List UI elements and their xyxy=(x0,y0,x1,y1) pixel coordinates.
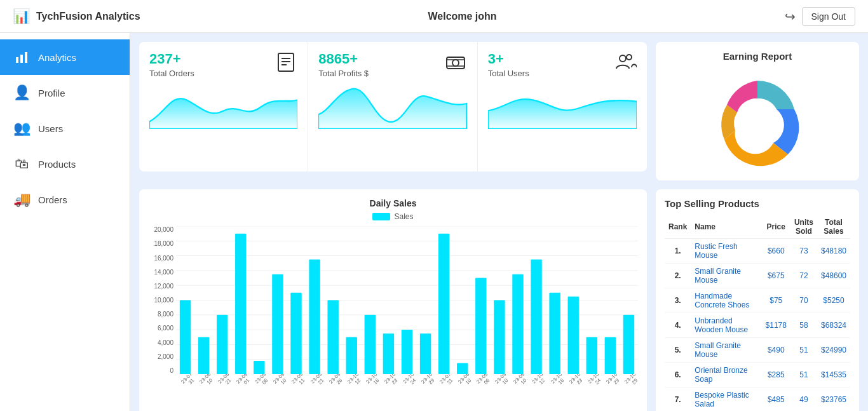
daily-sales-title: Daily Sales xyxy=(148,198,638,208)
users-mini-chart xyxy=(488,78,637,129)
chart-icon: 📊 xyxy=(13,8,30,25)
col-name: Name xyxy=(691,215,761,239)
stat-card-users: 3+ Total Users xyxy=(478,42,647,172)
orders-icon: 🚚 xyxy=(13,191,31,208)
sidebar-label-profile: Profile xyxy=(38,88,65,98)
stat-card-orders: 237+ Total Orders xyxy=(139,42,308,172)
table-header-row: Rank Name Price UnitsSold TotalSales xyxy=(665,215,850,239)
orders-stat-icon xyxy=(275,51,297,78)
orders-mini-chart xyxy=(149,78,297,129)
sidebar-item-users[interactable]: 👥 Users xyxy=(0,111,130,146)
stat-card-profits: 8865+ Total Profits $ xyxy=(308,42,477,172)
cell-units: 51 xyxy=(790,363,817,387)
svg-rect-35 xyxy=(365,315,376,374)
bar-chart-svg xyxy=(176,226,638,374)
table-row: 6. Oriental Bronze Soap $285 51 $14535 xyxy=(665,363,850,387)
svg-rect-39 xyxy=(438,234,449,374)
svg-rect-0 xyxy=(16,57,18,63)
svg-rect-34 xyxy=(346,337,357,374)
svg-rect-31 xyxy=(290,293,301,374)
cell-name: Small Granite Mouse xyxy=(691,338,761,363)
earning-report-title: Earning Report xyxy=(665,51,850,62)
table-row: 1. Rustic Fresh Mouse $660 73 $48180 xyxy=(665,239,850,264)
cell-name: Oriental Bronze Soap xyxy=(691,363,761,387)
sidebar-label-users: Users xyxy=(38,123,63,134)
svg-rect-41 xyxy=(475,278,486,374)
svg-rect-49 xyxy=(623,315,634,374)
svg-rect-30 xyxy=(272,274,283,374)
profile-icon: 👤 xyxy=(13,84,31,102)
header-right: ↪ Sign Out xyxy=(785,7,855,26)
legend-color-sales xyxy=(372,213,390,220)
svg-point-12 xyxy=(627,55,632,60)
bar-chart-container: 0 2,000 4,000 6,000 8,000 10,000 12,000 … xyxy=(148,226,638,388)
x-axis: 23-07-3123-08-1023-08-2123-09-0123-09-06… xyxy=(176,374,638,388)
cell-rank: 1. xyxy=(665,239,691,264)
earning-report-card: Earning Report xyxy=(656,42,859,180)
col-units: UnitsSold xyxy=(790,215,817,239)
cell-total: $48180 xyxy=(817,239,850,264)
col-total: TotalSales xyxy=(817,215,850,239)
cell-price: $75 xyxy=(762,288,790,313)
svg-rect-40 xyxy=(457,363,468,374)
signout-icon: ↪ xyxy=(785,9,796,24)
cell-name: Bespoke Plastic Salad xyxy=(691,387,761,412)
svg-rect-45 xyxy=(549,293,560,374)
cell-price: $485 xyxy=(762,387,790,412)
top-selling-card: Top Selling Products Rank Name Price Uni… xyxy=(656,189,859,411)
cell-total: $23765 xyxy=(817,387,850,412)
cell-price: $1178 xyxy=(762,313,790,338)
profits-mini-chart xyxy=(318,78,466,129)
cell-rank: 4. xyxy=(665,313,691,338)
svg-rect-7 xyxy=(447,57,465,69)
svg-rect-48 xyxy=(605,337,616,374)
header: 📊 TychFusion Analytics Welcome john ↪ Si… xyxy=(0,0,868,33)
svg-rect-42 xyxy=(494,300,505,375)
cell-name: Handmade Concrete Shoes xyxy=(691,288,761,313)
cell-rank: 5. xyxy=(665,338,691,363)
products-icon: 🛍 xyxy=(13,155,31,173)
svg-point-13 xyxy=(737,98,778,139)
sidebar-item-analytics[interactable]: Analytics xyxy=(0,39,130,75)
cell-price: $490 xyxy=(762,338,790,363)
svg-rect-37 xyxy=(402,330,412,374)
legend-label-sales: Sales xyxy=(394,212,413,221)
svg-point-11 xyxy=(620,55,626,62)
cell-name: Rustic Fresh Mouse xyxy=(691,239,761,264)
cell-rank: 2. xyxy=(665,264,691,288)
sidebar-item-orders[interactable]: 🚚 Orders xyxy=(0,182,130,217)
svg-rect-2 xyxy=(25,52,27,63)
svg-rect-26 xyxy=(198,337,209,374)
sidebar-item-products[interactable]: 🛍 Products xyxy=(0,146,130,182)
cell-units: 49 xyxy=(790,387,817,412)
cell-rank: 3. xyxy=(665,288,691,313)
sidebar-label-analytics: Analytics xyxy=(38,52,76,63)
cell-name: Small Granite Mouse xyxy=(691,264,761,288)
cell-total: $24990 xyxy=(817,338,850,363)
donut-chart xyxy=(665,67,850,172)
cell-price: $660 xyxy=(762,239,790,264)
analytics-icon xyxy=(13,48,31,66)
sidebar: Analytics 👤 Profile 👥 Users 🛍 Products 🚚… xyxy=(0,33,130,411)
bar-chart-inner: 23-07-3123-08-1023-08-2123-09-0123-09-06… xyxy=(176,226,638,388)
svg-rect-47 xyxy=(587,337,597,374)
svg-rect-36 xyxy=(383,334,394,374)
chart-legend: Sales xyxy=(148,212,638,221)
cell-total: $5250 xyxy=(817,288,850,313)
svg-rect-44 xyxy=(531,259,541,374)
users-icon: 👥 xyxy=(13,119,31,137)
col-price: Price xyxy=(762,215,790,239)
signout-button[interactable]: Sign Out xyxy=(802,7,855,26)
main-layout: Analytics 👤 Profile 👥 Users 🛍 Products 🚚… xyxy=(0,33,868,411)
cell-total: $14535 xyxy=(817,363,850,387)
col-rank: Rank xyxy=(665,215,691,239)
sidebar-item-profile[interactable]: 👤 Profile xyxy=(0,75,130,111)
table-row: 2. Small Granite Mouse $675 72 $48600 xyxy=(665,264,850,288)
table-row: 3. Handmade Concrete Shoes $75 70 $5250 xyxy=(665,288,850,313)
cell-price: $675 xyxy=(762,264,790,288)
users-stat-icon xyxy=(614,51,637,78)
cell-units: 72 xyxy=(790,264,817,288)
app-title: TychFusion Analytics xyxy=(36,11,140,22)
svg-rect-46 xyxy=(567,297,578,374)
daily-sales-card: Daily Sales Sales 0 2,000 4,000 6,000 8,… xyxy=(139,189,647,411)
